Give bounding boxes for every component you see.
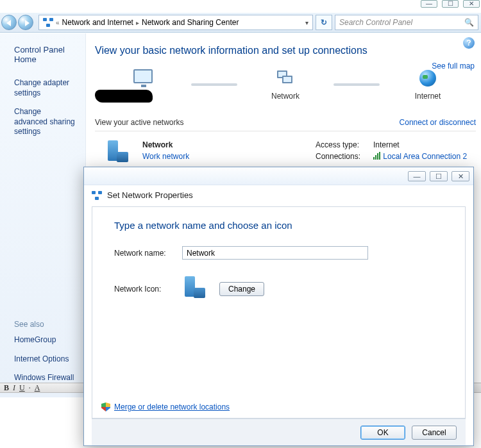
see-also-homegroup[interactable]: HomeGroup — [14, 335, 76, 345]
diagram-internet-label: Internet — [380, 92, 476, 101]
network-diagram: Network Internet — [95, 67, 476, 103]
help-icon[interactable]: ? — [463, 37, 475, 49]
active-network-name[interactable]: Network — [142, 140, 189, 149]
network-name-label: Network name: — [114, 249, 182, 258]
diagram-internet: Internet — [380, 69, 476, 101]
active-network-card: Network Work network Access type: Intern… — [95, 140, 476, 166]
dialog-titlebar[interactable]: — ☐ ✕ — [84, 167, 473, 185]
network-icon-label: Network Icon: — [114, 285, 182, 294]
see-full-map-link[interactable]: See full map — [432, 62, 475, 71]
search-icon[interactable]: 🔍 — [464, 18, 474, 27]
multi-pc-icon — [277, 71, 294, 86]
redacted-computer-name — [95, 90, 153, 103]
refresh-button[interactable]: ↻ — [316, 15, 332, 30]
diagram-network-label: Network — [237, 92, 333, 101]
connection-link[interactable]: Local Area Connection 2 — [383, 152, 467, 161]
dialog-min-button[interactable]: — — [408, 171, 426, 181]
access-type-label: Access type: — [316, 140, 373, 149]
active-network-type-link[interactable]: Work network — [142, 152, 189, 161]
cancel-button[interactable]: Cancel — [412, 426, 457, 440]
search-placeholder: Search Control Panel — [339, 18, 412, 27]
shield-icon — [101, 402, 110, 411]
toolbar-sep: · — [29, 383, 31, 393]
connections-label: Connections: — [316, 152, 373, 161]
globe-icon — [419, 70, 436, 87]
server-icon — [105, 140, 131, 163]
nav-back-button[interactable] — [1, 15, 17, 30]
network-name-input[interactable] — [182, 246, 368, 260]
parent-close-button[interactable]: ✕ — [463, 0, 480, 8]
signal-icon — [373, 152, 381, 160]
access-type-value: Internet — [373, 140, 400, 149]
diagram-this-pc — [95, 67, 191, 103]
bold-button[interactable]: B — [4, 383, 9, 393]
connect-or-disconnect-link[interactable]: Connect or disconnect — [400, 118, 476, 127]
parent-min-button[interactable]: — — [421, 0, 437, 8]
dialog-max-button[interactable]: ☐ — [430, 171, 448, 181]
breadcrumb-dropdown-icon[interactable]: ▾ — [305, 19, 308, 26]
diagram-network: Network — [237, 69, 333, 101]
address-bar: « Network and Internet ▸ Network and Sha… — [0, 13, 481, 33]
set-network-properties-dialog: — ☐ ✕ Set Network Properties Type a netw… — [83, 167, 474, 446]
dialog-close-button[interactable]: ✕ — [451, 171, 469, 181]
dialog-title: Set Network Properties — [107, 190, 193, 200]
diagram-connector-1 — [191, 83, 237, 86]
network-sharing-icon — [43, 17, 53, 28]
diagram-connector-2 — [333, 83, 380, 86]
sidebar: Control Panel Home Change adapter settin… — [0, 33, 85, 397]
monitor-icon — [133, 69, 153, 83]
change-advanced-sharing-link[interactable]: Change advanced sharing settings — [14, 107, 76, 137]
dialog-header: Set Network Properties — [84, 185, 473, 206]
breadcrumb-sep-icon: ▸ — [136, 19, 139, 26]
breadcrumb[interactable]: « Network and Internet ▸ Network and Sha… — [38, 15, 313, 30]
underline-button[interactable]: U — [19, 383, 25, 393]
merge-delete-locations-link[interactable]: Merge or delete network locations — [114, 402, 230, 411]
dialog-heading: Type a network name and choose an icon — [114, 220, 443, 231]
parent-window-controls: — ☐ ✕ — [421, 0, 480, 6]
parent-max-button[interactable]: ☐ — [442, 0, 459, 8]
view-active-networks-label: View your active networks — [95, 118, 184, 127]
dialog-app-icon — [92, 191, 102, 200]
search-input[interactable]: Search Control Panel 🔍 — [335, 15, 478, 30]
see-also-internet-options[interactable]: Internet Options — [14, 354, 76, 365]
change-icon-button[interactable]: Change — [219, 282, 264, 296]
see-also-heading: See also — [14, 320, 76, 329]
breadcrumb-network-internet[interactable]: Network and Internet — [62, 18, 133, 27]
breadcrumb-chevrons: « — [56, 19, 60, 26]
dialog-footer: OK Cancel — [92, 419, 466, 445]
italic-button[interactable]: I — [13, 383, 15, 393]
network-icon-preview — [182, 276, 208, 299]
ok-button[interactable]: OK — [360, 426, 405, 440]
page-title: View your basic network information and … — [95, 45, 476, 56]
font-color-button[interactable]: A — [35, 383, 40, 393]
divider — [95, 131, 476, 131]
breadcrumb-sharing-center[interactable]: Network and Sharing Center — [142, 18, 239, 27]
dialog-body: Type a network name and choose an icon N… — [92, 206, 466, 419]
change-adapter-settings-link[interactable]: Change adapter settings — [14, 78, 76, 98]
control-panel-home-link[interactable]: Control Panel Home — [14, 45, 76, 64]
nav-forward-button[interactable] — [18, 15, 33, 30]
see-also-windows-firewall[interactable]: Windows Firewall — [14, 373, 76, 383]
